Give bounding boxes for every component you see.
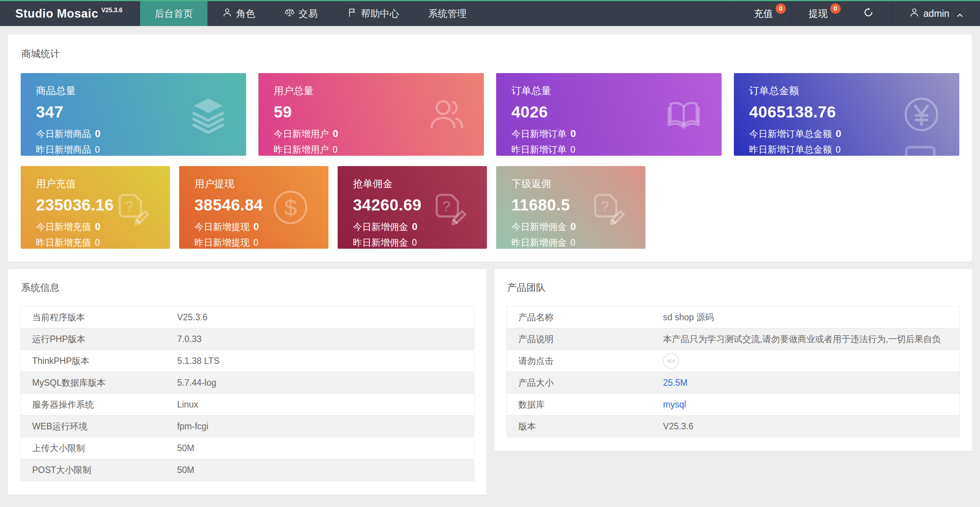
label-text: 请勿点击 (518, 356, 554, 366)
notification-badge: 0 (776, 3, 786, 14)
scales-icon (284, 7, 295, 20)
brand: Studio Mosaic V25.3.6 (0, 1, 140, 26)
label-text: ThinkPHP版本 (32, 356, 90, 366)
menu-item-label: 交易 (299, 7, 318, 20)
action-recharge-button[interactable]: 充值 0 (736, 1, 791, 26)
stat-card-row1-1: 商品总量 347 今日新增商品 0 昨日新增商品 0 (21, 73, 246, 156)
value-text: 本产品只为学习测试交流,请勿要做商业或者用于违法行为,一切后果自负 (663, 334, 941, 344)
stat-today-value: 0 (95, 128, 100, 139)
navbar-right: 充值 0提现 0 admin (736, 1, 980, 26)
value-cell: sd shop 源码 (652, 306, 959, 328)
label-text: 服务器操作系统 (32, 399, 94, 409)
value-text: 50M (177, 465, 194, 475)
menu-item-4[interactable]: 帮助中心 (332, 1, 414, 26)
value-cell: mysql (652, 394, 959, 416)
stat-today-label: 今日新增用户 (274, 128, 329, 140)
main-menu: 后台首页角色交易帮助中心系统管理 (140, 1, 481, 26)
label-text: 当前程序版本 (32, 312, 85, 322)
label-text: POST大小限制 (32, 465, 91, 475)
label-text: 产品说明 (518, 334, 554, 344)
stat-yesterday-value: 0 (333, 144, 338, 155)
table-row: 版本 V25.3.6 (507, 416, 960, 437)
menu-item-1[interactable]: 后台首页 (140, 1, 207, 26)
value-link[interactable]: mysql (663, 399, 686, 409)
value-cell: 50M (166, 437, 474, 459)
action-label: 提现 (808, 7, 828, 20)
flag-icon (347, 7, 357, 20)
stat-yesterday-value: 0 (570, 237, 575, 248)
doc-question-icon: ? (430, 188, 469, 227)
chevron-up-icon (955, 10, 962, 18)
label-text: 产品名称 (518, 312, 554, 322)
label-cell: 服务器操作系统 (21, 394, 166, 416)
stats-cards-row2: 用户充值 235036.16 今日新增充值 0 昨日新增充值 0 ? 用户提现 … (21, 166, 959, 249)
label-cell: 请勿点击 (507, 350, 652, 372)
product-team-panel: 产品团队 产品名称 sd shop 源码产品说明 本产品只为学习测试交流,请勿要… (494, 269, 972, 451)
table-row: 请勿点击 404 (507, 350, 960, 372)
doc-question-icon: ? (588, 188, 627, 227)
stat-today-value: 0 (570, 128, 576, 139)
stat-card-row2-3: 抢单佣金 34260.69 今日新增佣金 0 昨日新增佣金 0 ? (338, 166, 487, 249)
value-cell: 7.0.33 (166, 328, 474, 350)
value-text: 5.1.38 LTS (177, 356, 220, 366)
svg-text:?: ? (126, 198, 134, 214)
table-row: 服务器操作系统 Linux (21, 394, 474, 416)
refresh-button[interactable] (845, 1, 891, 26)
stats-cards-row1: 商品总量 347 今日新增商品 0 昨日新增商品 0 用户总量 59 今日新增用… (21, 73, 959, 156)
label-cell: POST大小限制 (21, 459, 166, 481)
table-row: 运行PHP版本 7.0.33 (21, 328, 474, 350)
product-team-table: 产品名称 sd shop 源码产品说明 本产品只为学习测试交流,请勿要做商业或者… (506, 306, 960, 437)
stat-today-label: 今日新增提现 (194, 221, 250, 233)
menu-item-3[interactable]: 交易 (270, 1, 332, 26)
brand-version: V25.3.6 (101, 7, 122, 14)
table-row: 产品大小 25.5M (507, 372, 960, 394)
stat-yesterday-line: 昨日新增佣金 0 (511, 237, 645, 248)
value-cell: V25.3.6 (652, 416, 959, 437)
stat-yesterday-label: 昨日新增提现 (194, 237, 250, 248)
menu-item-label: 帮助中心 (361, 7, 399, 20)
value-cell: 50M (166, 459, 474, 481)
card-decoration (905, 146, 936, 156)
user-dropdown[interactable]: admin (891, 1, 980, 26)
stat-today-label: 今日新增佣金 (511, 221, 567, 233)
shop-stats-title: 商城统计 (21, 47, 959, 60)
menu-item-label: 系统管理 (428, 7, 467, 20)
label-cell: 运行PHP版本 (21, 328, 166, 350)
stat-yesterday-line: 昨日新增订单 0 (511, 144, 722, 155)
table-row: ThinkPHP版本 5.1.38 LTS (21, 350, 474, 372)
doc-question-icon: ? (113, 188, 152, 227)
stat-yesterday-value: 0 (95, 144, 100, 155)
user-icon (909, 7, 920, 20)
label-cell: ThinkPHP版本 (21, 350, 166, 372)
table-row: 产品说明 本产品只为学习测试交流,请勿要做商业或者用于违法行为,一切后果自负 (507, 328, 960, 350)
system-info-title: 系统信息 (21, 281, 474, 294)
value-cell: Linux (166, 394, 474, 416)
value-cell: 25.5M (652, 372, 959, 394)
action-withdraw-button[interactable]: 提现 0 (791, 1, 845, 26)
stat-yesterday-value: 0 (412, 237, 417, 248)
stat-card-row2-1: 用户充值 235036.16 今日新增充值 0 昨日新增充值 0 ? (21, 166, 170, 249)
value-text: fpm-fcgi (177, 421, 209, 431)
table-row: 上传大小限制 50M (21, 437, 474, 459)
stat-yesterday-label: 昨日新增佣金 (353, 237, 408, 248)
bottom-section: 系统信息 当前程序版本 V25.3.6运行PHP版本 7.0.33ThinkPH… (8, 269, 972, 495)
label-cell: 产品说明 (507, 328, 652, 350)
svg-text:?: ? (601, 198, 609, 214)
notification-badge: 0 (830, 3, 841, 14)
stat-yesterday-label: 昨日新增用户 (274, 144, 329, 155)
stat-yesterday-value: 0 (253, 237, 258, 248)
menu-item-2[interactable]: 角色 (207, 1, 270, 26)
table-row: MySQL数据库版本 5.7.44-log (21, 372, 474, 394)
system-info-table: 当前程序版本 V25.3.6运行PHP版本 7.0.33ThinkPHP版本 5… (20, 306, 474, 481)
value-cell: fpm-fcgi (166, 416, 474, 437)
value-text: V25.3.6 (177, 312, 207, 322)
value-text: Linux (177, 399, 198, 409)
broken-image-404[interactable]: 404 (663, 353, 679, 369)
menu-item-5[interactable]: 系统管理 (414, 1, 481, 26)
value-link[interactable]: 25.5M (663, 378, 688, 388)
label-cell: 数据库 (507, 394, 652, 416)
stat-yesterday-label: 昨日新增订单 (511, 144, 567, 155)
stat-today-value: 0 (412, 221, 417, 232)
stat-yesterday-line: 昨日新增佣金 0 (353, 237, 487, 248)
book-icon (664, 95, 703, 134)
